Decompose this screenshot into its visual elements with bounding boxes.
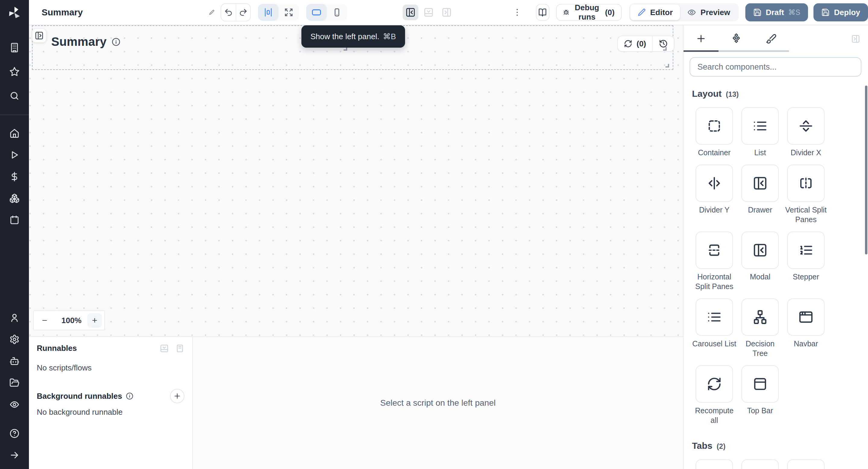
editor-tab[interactable]: Editor — [630, 4, 680, 20]
bounded-width-button[interactable] — [258, 4, 278, 21]
kebab-icon — [513, 7, 522, 18]
component-card[interactable] — [695, 231, 733, 269]
undo-redo-group — [221, 3, 251, 22]
tab-insert-component[interactable] — [684, 25, 719, 52]
component-card[interactable] — [695, 365, 733, 403]
sidebar-item-folder-open[interactable] — [4, 372, 25, 394]
tab-styling[interactable] — [754, 25, 789, 52]
resize-handle[interactable] — [665, 64, 669, 67]
resize-handle[interactable] — [663, 47, 667, 51]
sidebar-item-home[interactable] — [4, 122, 25, 144]
section-title: Tabs — [692, 441, 712, 451]
sidebar-item-building[interactable] — [4, 37, 25, 59]
component-card[interactable] — [695, 164, 733, 202]
background-runnables-title: Background runnables — [37, 392, 122, 401]
component-card — [783, 459, 829, 469]
sidebar-item-calendar[interactable] — [4, 209, 25, 231]
sidebar-item-dollar[interactable] — [4, 166, 25, 187]
component-label: Divider Y — [699, 205, 730, 215]
component-card[interactable] — [741, 107, 779, 145]
debug-runs-button[interactable]: Debug runs (0) — [556, 4, 622, 21]
scrollbar-thumb[interactable] — [865, 86, 867, 254]
tabs-underline — [718, 50, 789, 52]
component-card[interactable] — [787, 299, 825, 336]
deploy-label: Deploy — [834, 8, 860, 17]
show-left-panel-button[interactable] — [32, 28, 46, 43]
app-root: Summary Deb — [0, 0, 868, 469]
undo-button[interactable] — [221, 4, 236, 21]
component-card[interactable] — [741, 299, 779, 336]
component-card[interactable] — [741, 231, 779, 269]
docs-button[interactable] — [536, 4, 550, 21]
component-divider-x: Divider X — [783, 107, 829, 157]
sidebar-item-user[interactable] — [4, 307, 25, 329]
calendar-icon — [9, 215, 20, 225]
refresh-app-button[interactable]: (0) — [618, 36, 652, 51]
component-card[interactable] — [695, 107, 733, 145]
zoom-control: − 100% + — [33, 310, 105, 330]
components-panel-tabs — [684, 25, 868, 52]
eye-icon — [9, 399, 20, 410]
app-canvas[interactable]: Show the left panel. ⌘B Summary (0) — [29, 25, 683, 336]
desktop-view-button[interactable] — [306, 4, 327, 21]
toggle-bottom-panel-button[interactable] — [421, 4, 436, 20]
sidebar-item-arrow-right[interactable] — [4, 446, 25, 464]
sidebar-item-search[interactable] — [4, 85, 25, 107]
toggle-left-panel-button[interactable] — [403, 4, 418, 20]
sidebar-item-settings[interactable] — [4, 329, 25, 350]
mobile-view-button[interactable] — [327, 4, 347, 21]
component-card[interactable] — [741, 164, 779, 202]
sidebar-item-bot[interactable] — [4, 350, 25, 372]
sidebar-item-star[interactable] — [4, 61, 25, 83]
sidebar-item-eye[interactable] — [4, 394, 25, 415]
component-label: Recompute all — [691, 406, 737, 425]
component-label: Horizontal Split Panes — [691, 272, 737, 291]
save-icon — [753, 8, 762, 17]
zoom-out-button[interactable]: − — [34, 315, 56, 325]
list-icon — [707, 310, 722, 324]
tooltip-shortcut: ⌘B — [383, 32, 396, 41]
refresh-icon — [707, 376, 722, 392]
deploy-button[interactable]: Deploy — [813, 3, 868, 22]
component-card[interactable] — [741, 459, 779, 469]
undo-icon — [224, 8, 233, 17]
draft-button[interactable]: Draft ⌘S — [745, 3, 808, 22]
component-carousel-list: Carousel List — [691, 299, 737, 358]
more-menu-button[interactable] — [513, 7, 522, 18]
draft-label: Draft — [766, 8, 784, 17]
redo-button[interactable] — [236, 4, 250, 21]
full-width-button[interactable] — [278, 4, 299, 21]
add-background-runnable-button[interactable] — [170, 389, 184, 403]
sidebar-item-play[interactable] — [4, 144, 25, 166]
component-card[interactable] — [695, 299, 733, 336]
runnables-title: Runnables — [37, 344, 77, 353]
doc-list-icon[interactable] — [176, 344, 184, 353]
component-card[interactable] — [787, 459, 825, 469]
section-layout: Layout (13) ContainerListDivider XDivide… — [689, 89, 861, 425]
components-search-input[interactable] — [689, 57, 861, 76]
info-icon[interactable] — [112, 37, 121, 46]
debug-runs-count: (0) — [605, 8, 615, 17]
sidebar-item-help[interactable] — [4, 425, 25, 442]
component-card[interactable] — [741, 365, 779, 403]
info-icon[interactable] — [126, 392, 133, 400]
toggle-right-panel-button[interactable] — [439, 4, 455, 20]
zoom-in-button[interactable]: + — [87, 313, 102, 327]
hide-right-panel-icon[interactable] — [851, 34, 860, 43]
component-card[interactable] — [695, 459, 733, 469]
windmill-logo-icon[interactable] — [7, 5, 22, 21]
tab-component-settings[interactable] — [719, 25, 754, 52]
sidebar-item-boxes[interactable] — [4, 187, 25, 209]
edit-title-pencil-icon[interactable] — [209, 8, 215, 17]
component-card[interactable] — [787, 231, 825, 269]
component-decision-tree: Decision Tree — [737, 299, 783, 358]
eye-icon — [687, 8, 696, 17]
component-recompute-all: Recompute all — [691, 365, 737, 425]
component-card[interactable] — [787, 164, 825, 202]
preview-tab[interactable]: Preview — [680, 4, 737, 20]
component-card[interactable] — [787, 107, 825, 145]
component-card — [691, 459, 737, 469]
components-panel: Layout (13) ContainerListDivider XDivide… — [683, 25, 868, 469]
expand-icon — [284, 8, 293, 17]
collapse-panel-icon[interactable] — [160, 344, 169, 353]
